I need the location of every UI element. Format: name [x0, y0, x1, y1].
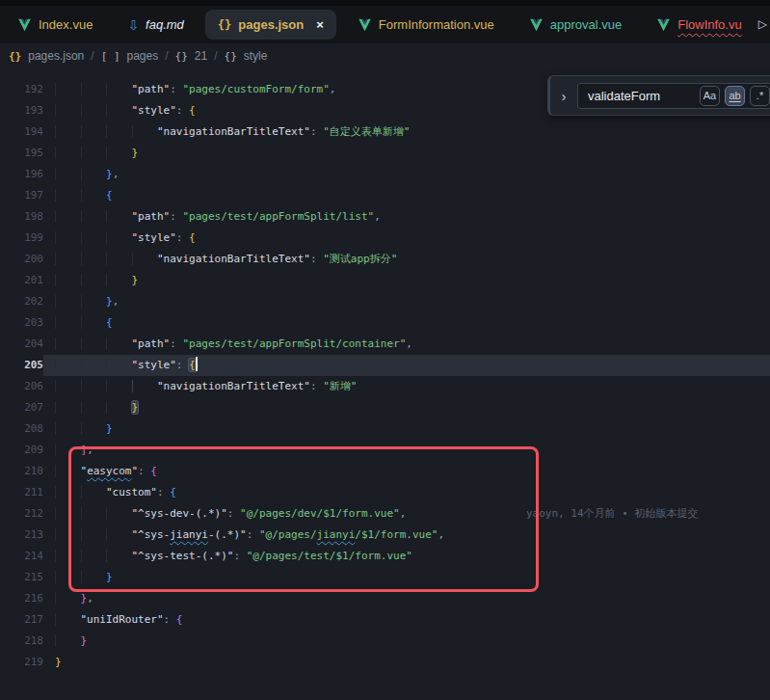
code-token: :: [310, 125, 323, 138]
code-line[interactable]: 213 "^sys-jianyi-(.*)": "@/pages/jianyi/…: [0, 525, 770, 546]
code-line[interactable]: 209 ],: [0, 440, 770, 461]
tab-pages-json[interactable]: {} pages.json ×: [205, 10, 336, 40]
code-token: :: [310, 380, 323, 392]
array-brackets-icon: [ ]: [101, 51, 120, 62]
code-token: "@/pages/test/$1/form.vue": [247, 550, 412, 562]
code-line[interactable]: 219}: [0, 652, 770, 673]
indent-guide: [55, 634, 81, 647]
code-line[interactable]: 200 "navigationBarTitleText": "测试app拆分": [0, 249, 770, 270]
code-line[interactable]: 212 "^sys-dev-(.*)": "@/pages/dev/$1/for…: [0, 503, 770, 525]
code-token: "navigationBarTitleText": [157, 125, 310, 138]
markdown-icon: ⇩: [127, 18, 139, 32]
code-line[interactable]: 198 "path": "pages/test/appFormSplit/lis…: [0, 206, 770, 228]
breadcrumb-item-style[interactable]: style: [244, 49, 268, 63]
code-token: }: [106, 168, 113, 180]
whole-word-toggle[interactable]: ab: [725, 86, 745, 106]
tab-faq-md[interactable]: ⇩ faq.md: [110, 6, 200, 43]
code-line[interactable]: 218 }: [0, 631, 770, 652]
line-number: 200: [0, 249, 43, 270]
object-braces-icon: {}: [175, 51, 188, 62]
search-input[interactable]: validateForm Aa ab .*: [577, 83, 770, 109]
code-token: "@/pages/: [259, 528, 317, 541]
code-lines: 192 "path": "pages/customForm/form",193 …: [0, 79, 770, 673]
code-token: "测试app拆分": [323, 253, 397, 265]
code-line[interactable]: 206 "navigationBarTitleText": "新增": [0, 376, 770, 397]
code-token: :: [176, 231, 189, 244]
code-line[interactable]: 194 "navigationBarTitleText": "自定义表单新增": [0, 121, 770, 143]
code-token: -(.*)": [208, 528, 247, 541]
line-number: 202: [0, 291, 43, 312]
tab-label: pages.json: [238, 17, 304, 32]
indent-guide: [55, 337, 81, 350]
indent-guide: [55, 210, 81, 223]
code-line[interactable]: 199 "style": {: [0, 228, 770, 249]
line-number: 211: [0, 482, 43, 503]
indent-guide: [55, 316, 81, 329]
code-line[interactable]: 201 }: [0, 270, 770, 291]
code-line[interactable]: 207 }: [0, 397, 770, 418]
code-line[interactable]: 217 "uniIdRouter": {: [0, 609, 770, 631]
code-token: "pages/test/appFormSplit/list": [183, 210, 375, 223]
tab-flowinfo-vue[interactable]: FlowInfo.vu: [639, 6, 758, 43]
indent-guide: [132, 253, 158, 265]
breadcrumb-item-file[interactable]: pages.json: [28, 49, 84, 63]
indent-guide: [106, 104, 132, 117]
code-editor[interactable]: 192 "path": "pages/customForm/form",193 …: [0, 68, 770, 700]
code-token: :: [138, 465, 150, 477]
indent-guide: [106, 401, 132, 414]
code-token: jianyi: [317, 528, 356, 541]
code-line[interactable]: 203 {: [0, 312, 770, 334]
code-line[interactable]: 205 "style": {: [0, 355, 770, 376]
code-line[interactable]: 204 "path": "pages/test/appFormSplit/con…: [0, 334, 770, 355]
indent-guide: [55, 295, 81, 308]
code-token: :: [170, 337, 182, 350]
line-number: 194: [0, 121, 43, 143]
indent-guide: [81, 210, 107, 223]
code-line[interactable]: 215 }: [0, 567, 770, 588]
match-case-toggle[interactable]: Aa: [700, 86, 720, 106]
code-token: "custom": [106, 486, 157, 498]
indent-guide: [55, 380, 81, 392]
line-number: 207: [0, 397, 43, 418]
code-line[interactable]: 214 "^sys-test-(.*)": "@/pages/test/$1/f…: [0, 546, 770, 567]
tab-index-vue[interactable]: Index.vue: [0, 6, 110, 43]
indent-guide: [106, 550, 132, 562]
git-blame-annotation: yaoyn, 14个月前 • 初始版本提交: [526, 503, 698, 525]
line-number: 219: [0, 652, 43, 673]
code-line[interactable]: 202 },: [0, 291, 770, 312]
code-token: ,: [113, 168, 119, 180]
line-number: 208: [0, 418, 43, 440]
tab-approval-vue[interactable]: approval.vue: [512, 6, 639, 43]
code-token: }: [81, 634, 88, 647]
breadcrumb-item-index[interactable]: 21: [195, 49, 207, 63]
indent-guide: [81, 337, 107, 350]
code-line[interactable]: 195 }: [0, 143, 770, 164]
code-token: ,: [438, 528, 444, 541]
code-line[interactable]: 196 },: [0, 164, 770, 185]
code-token: :: [170, 83, 182, 95]
code-token: "新增": [323, 380, 357, 392]
tab-label: faq.md: [146, 17, 184, 32]
code-line[interactable]: 211 "custom": {: [0, 482, 770, 503]
code-line[interactable]: 197 {: [0, 185, 770, 206]
code-token: }: [132, 274, 139, 286]
text-cursor: [196, 357, 198, 371]
code-token: "^sys-test-(.*)": [132, 550, 234, 562]
tab-forminformation-vue[interactable]: FormInformation.vue: [340, 6, 512, 43]
tabs-scroll-right-icon[interactable]: ▷: [758, 17, 767, 31]
indent-guide: [55, 401, 81, 414]
code-line[interactable]: 216 },: [0, 588, 770, 609]
close-icon[interactable]: ×: [316, 18, 324, 31]
indent-guide: [106, 507, 132, 520]
indent-guide: [81, 528, 107, 541]
breadcrumb-item-pages[interactable]: pages: [127, 49, 159, 63]
regex-toggle[interactable]: .*: [750, 86, 770, 106]
code-line[interactable]: 208 }: [0, 418, 770, 440]
find-expand-chevron-icon[interactable]: ›: [557, 89, 571, 103]
indent-guide: [55, 189, 81, 202]
indent-guide: [81, 507, 107, 520]
line-number: 198: [0, 206, 43, 228]
code-line[interactable]: 210 "easycom": {: [0, 461, 770, 482]
code-token: ,: [87, 444, 93, 456]
indent-guide: [106, 253, 132, 265]
